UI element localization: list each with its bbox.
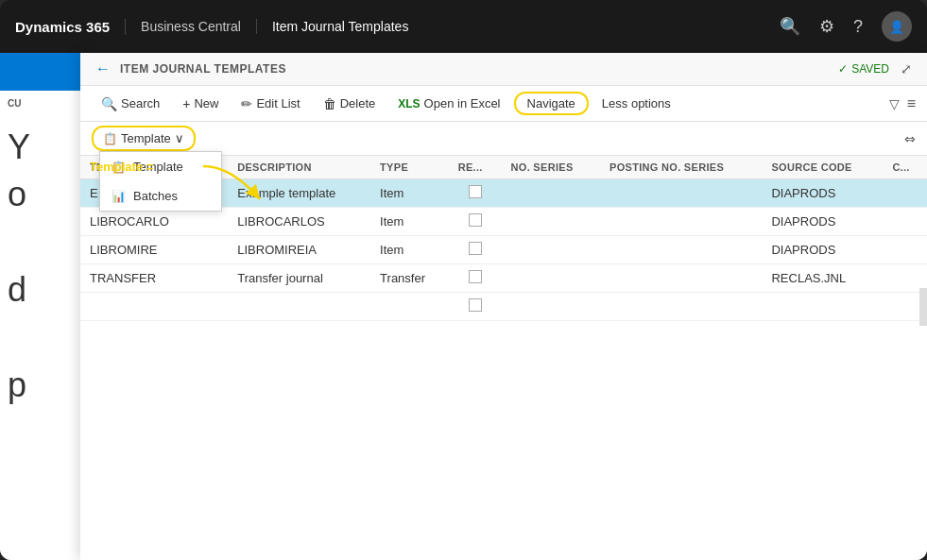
- cell-no-series: [502, 179, 601, 208]
- cell-posting-no-series: [600, 179, 762, 208]
- cell-template: [80, 293, 199, 321]
- checkbox-recurring[interactable]: [469, 242, 482, 255]
- open-in-excel-button[interactable]: XLS Open in Excel: [388, 93, 509, 114]
- cell-extra: [883, 236, 927, 264]
- template-dropdown-button[interactable]: 📋 Template ∨: [92, 126, 196, 151]
- freeze-columns-button[interactable]: ⇔: [904, 131, 916, 146]
- cell-description: [228, 293, 370, 321]
- cell-recurring[interactable]: [449, 264, 502, 293]
- top-nav: Dynamics 365 Business Central Item Journ…: [0, 0, 927, 53]
- delete-button[interactable]: 🗑 Delete: [314, 93, 386, 115]
- nav-icons: 🔍 ⚙ ? 👤: [780, 11, 912, 42]
- col-header-recurring[interactable]: RE...: [449, 156, 502, 179]
- left-sidebar: Cu Yodp: [0, 53, 85, 560]
- cell-no-series: [502, 208, 601, 236]
- col-header-type[interactable]: TYPE: [370, 156, 449, 179]
- scroll-indicator: [919, 288, 927, 326]
- cell-description: LIBROCARLOS: [228, 208, 370, 236]
- row-handle[interactable]: [199, 236, 228, 264]
- cell-extra: [883, 208, 927, 236]
- sidebar-label: Cu: [0, 91, 84, 116]
- col-header-extra[interactable]: C...: [883, 156, 927, 179]
- dialog-header-right: ✓ SAVED ⤢: [838, 61, 912, 76]
- brand-logo: Dynamics 365: [15, 19, 126, 35]
- product-name: Business Central: [141, 19, 257, 34]
- cell-type: Item: [370, 179, 449, 208]
- col-header-source-code[interactable]: SOURCE CODE: [762, 156, 883, 179]
- cell-source-code: [762, 293, 883, 321]
- navigate-button[interactable]: Navigate: [514, 92, 589, 115]
- cell-description: Transfer journal: [228, 264, 370, 293]
- cell-type: Item: [370, 236, 449, 264]
- cell-source-code: DIAPRODS: [762, 208, 883, 236]
- table-row[interactable]: TRANSFER Transfer journal Transfer RECLA…: [80, 264, 927, 293]
- cell-recurring[interactable]: [449, 236, 502, 264]
- cell-template: LIBROCARLO: [80, 208, 199, 236]
- cell-no-series: [502, 293, 601, 321]
- dropdown-item-template[interactable]: 📋 Template: [100, 152, 221, 181]
- dropdown-item-batches[interactable]: 📊 Batches: [100, 181, 221, 211]
- cell-source-code: RECLAS.JNL: [762, 264, 883, 293]
- cell-posting-no-series: [600, 264, 762, 293]
- edit-list-button[interactable]: ✏ Edit List: [232, 93, 309, 115]
- toolbar2: 📋 Template ∨ 📋 Template 📊 Batches: [80, 122, 927, 156]
- cell-type: Item: [370, 208, 449, 236]
- row-handle[interactable]: [199, 208, 228, 236]
- toolbar-right: ▽ ≡: [889, 95, 916, 112]
- template-icon: 📋: [103, 132, 117, 145]
- filter-icon[interactable]: ▽: [889, 96, 900, 111]
- cell-type: Transfer: [370, 264, 449, 293]
- cell-posting-no-series: [600, 208, 762, 236]
- saved-indicator: ✓ SAVED: [838, 62, 889, 76]
- dialog-panel: ← ITEM JOURNAL TEMPLATES ✓ SAVED ⤢ 🔍 Sea…: [80, 53, 927, 560]
- cell-recurring[interactable]: [449, 293, 502, 321]
- cell-extra: [883, 179, 927, 208]
- search-button[interactable]: 🔍 Search: [92, 93, 169, 115]
- cell-no-series: [502, 236, 601, 264]
- dialog-title: ITEM JOURNAL TEMPLATES: [120, 62, 286, 76]
- row-handle[interactable]: [199, 264, 228, 293]
- new-button[interactable]: + New: [173, 93, 228, 115]
- batches-menu-icon: 📊: [112, 190, 126, 203]
- less-options-button[interactable]: Less options: [592, 93, 680, 114]
- search-icon: 🔍: [101, 96, 117, 111]
- nav-page-title: Item Journal Templates: [272, 19, 780, 34]
- help-icon[interactable]: ?: [853, 17, 863, 37]
- checkmark-icon: ✓: [838, 62, 848, 76]
- sidebar-nav-top: [0, 53, 84, 91]
- checkbox-recurring[interactable]: [469, 298, 482, 312]
- checkbox-recurring[interactable]: [469, 270, 482, 283]
- table-row[interactable]: [80, 293, 927, 321]
- expand-button[interactable]: ⤢: [901, 61, 912, 76]
- table-row[interactable]: LIBROCARLO LIBROCARLOS Item DIAPRODS: [80, 208, 927, 236]
- toolbar: 🔍 Search + New ✏ Edit List 🗑 Delete: [80, 86, 927, 122]
- checkbox-recurring[interactable]: [469, 185, 482, 198]
- list-icon[interactable]: ≡: [907, 95, 916, 112]
- table-row[interactable]: LIBROMIRE LIBROMIREIA Item DIAPRODS: [80, 236, 927, 264]
- bg-text-large: Yodp: [0, 116, 84, 416]
- trash-icon: 🗑: [323, 96, 336, 111]
- cell-no-series: [502, 264, 601, 293]
- col-header-description[interactable]: DESCRIPTION: [228, 156, 370, 179]
- cell-source-code: DIAPRODS: [762, 236, 883, 264]
- cell-template: TRANSFER: [80, 264, 199, 293]
- plus-icon: +: [182, 96, 190, 111]
- cell-description: Example template: [228, 179, 370, 208]
- cell-recurring[interactable]: [449, 208, 502, 236]
- row-handle: [199, 293, 228, 321]
- excel-icon: XLS: [398, 97, 420, 110]
- back-button[interactable]: ←: [95, 60, 111, 77]
- cell-posting-no-series: [600, 293, 762, 321]
- cell-posting-no-series: [600, 236, 762, 264]
- cell-recurring[interactable]: [449, 179, 502, 208]
- search-icon[interactable]: 🔍: [780, 16, 800, 37]
- template-dropdown-menu: 📋 Template 📊 Batches: [99, 151, 222, 212]
- cell-template: LIBROMIRE: [80, 236, 199, 264]
- dialog-header: ← ITEM JOURNAL TEMPLATES ✓ SAVED ⤢: [80, 53, 927, 86]
- col-header-no-series[interactable]: NO. SERIES: [502, 156, 601, 179]
- chevron-down-icon: ∨: [175, 131, 184, 145]
- col-header-posting-no-series[interactable]: POSTING NO. SERIES: [600, 156, 762, 179]
- settings-icon[interactable]: ⚙: [819, 16, 834, 37]
- avatar[interactable]: 👤: [882, 11, 912, 42]
- checkbox-recurring[interactable]: [469, 213, 482, 227]
